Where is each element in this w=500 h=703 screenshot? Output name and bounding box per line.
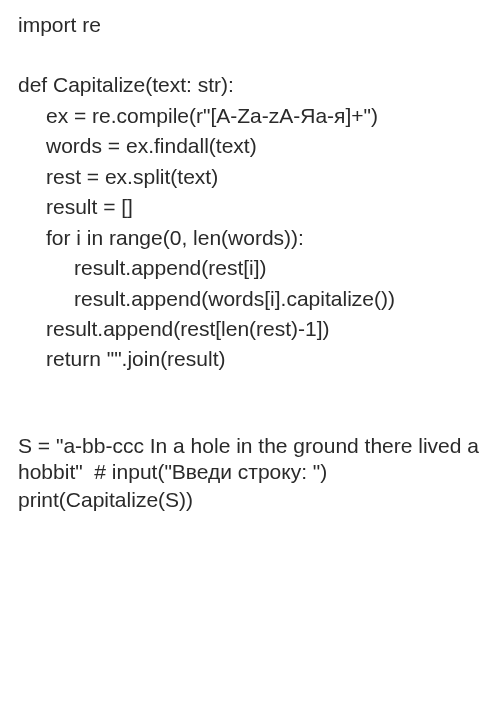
code-line: rest = ex.split(text)	[18, 162, 486, 192]
code-line: def Capitalize(text: str):	[18, 70, 486, 100]
code-line: result = []	[18, 192, 486, 222]
blank-line	[18, 375, 486, 433]
code-line: S = "a-bb-ccc In a hole in the ground th…	[18, 433, 486, 486]
code-line: result.append(rest[i])	[18, 253, 486, 283]
code-line: for i in range(0, len(words)):	[18, 223, 486, 253]
blank-line	[18, 40, 486, 70]
code-line: result.append(words[i].capitalize())	[18, 284, 486, 314]
code-line: words = ex.findall(text)	[18, 131, 486, 161]
code-line: ex = re.compile(r"[A-Za-zА-Яа-я]+")	[18, 101, 486, 131]
code-line: print(Capitalize(S))	[18, 485, 486, 515]
code-line: result.append(rest[len(rest)-1])	[18, 314, 486, 344]
code-line: import re	[18, 10, 486, 40]
code-line: return "".join(result)	[18, 344, 486, 374]
code-snippet: import re def Capitalize(text: str): ex …	[0, 0, 500, 526]
